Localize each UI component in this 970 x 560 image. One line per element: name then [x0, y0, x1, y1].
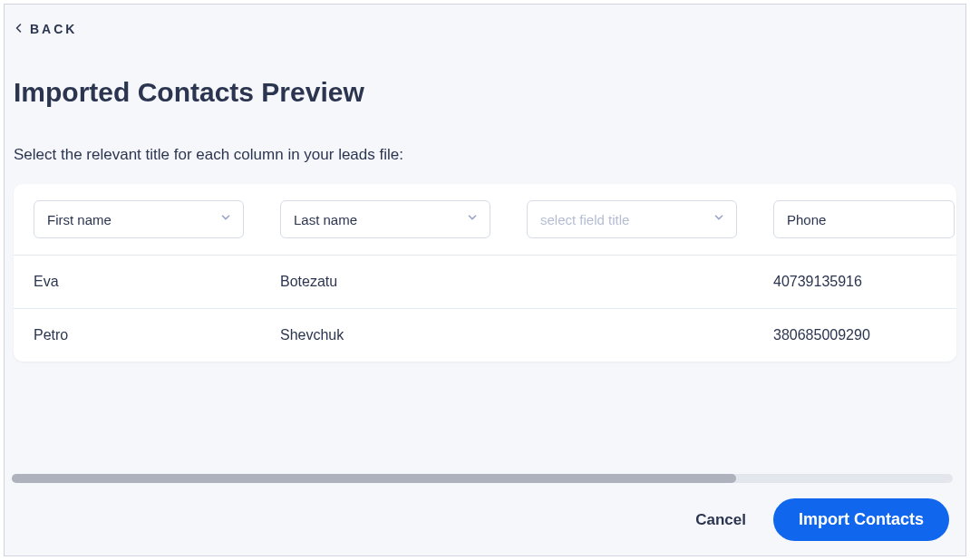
cell: 40739135916: [773, 274, 956, 290]
chevron-down-icon: [219, 211, 232, 227]
table-row: Petro Shevchuk 380685009290: [14, 309, 956, 362]
column-select-label: First name: [47, 212, 112, 227]
page-title: Imported Contacts Preview: [14, 77, 956, 108]
column-select-0[interactable]: First name: [34, 200, 244, 238]
column-select-label: Last name: [294, 212, 357, 227]
column-select-1[interactable]: Last name: [280, 200, 490, 238]
table-row: Eva Botezatu 40739135916: [14, 256, 956, 309]
column-select-3[interactable]: Phone: [773, 200, 955, 238]
column-select-label: Phone: [787, 212, 826, 227]
chevron-down-icon: [713, 211, 725, 227]
column-select-placeholder: select field title: [540, 212, 629, 227]
back-label: BACK: [30, 22, 77, 36]
cell: Botezatu: [280, 274, 527, 290]
back-button[interactable]: BACK: [14, 22, 77, 36]
cancel-button[interactable]: Cancel: [695, 511, 746, 529]
chevron-left-icon: [14, 22, 24, 36]
cell: Eva: [34, 274, 280, 290]
subtitle: Select the relevant title for each colum…: [14, 146, 956, 164]
chevron-down-icon: [466, 211, 479, 227]
cell: Shevchuk: [280, 327, 527, 343]
cell: 380685009290: [773, 327, 956, 343]
column-select-2[interactable]: select field title: [527, 200, 737, 238]
column-header-row: First name Last name select field title: [14, 184, 956, 256]
scrollbar-thumb[interactable]: [12, 474, 736, 483]
preview-table: First name Last name select field title: [14, 184, 956, 362]
import-contacts-button[interactable]: Import Contacts: [773, 498, 949, 541]
cell: [527, 327, 773, 343]
cell: [527, 274, 773, 290]
cell: Petro: [34, 327, 280, 343]
horizontal-scrollbar[interactable]: [12, 474, 953, 483]
